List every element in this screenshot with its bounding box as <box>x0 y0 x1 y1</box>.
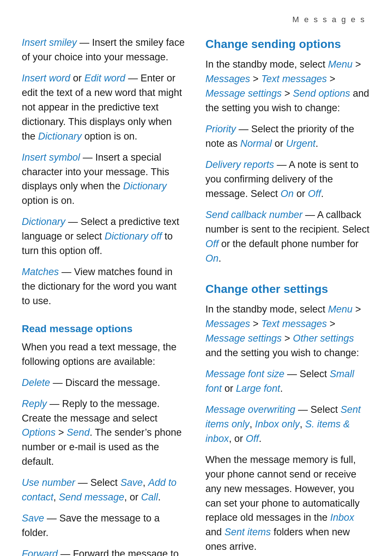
use-number-sep1: , <box>143 477 148 488</box>
delete-text: — Discard the message. <box>50 377 160 388</box>
font-size-text: — Select <box>285 368 330 379</box>
other-settings-link: Other settings <box>293 333 354 344</box>
co-arrow-2: > <box>250 318 261 329</box>
co-arrow-4: > <box>282 333 293 344</box>
overwriting-sep1: , <box>250 419 255 430</box>
overwriting-sep3: , or <box>229 433 246 444</box>
insert-smiley-para: Insert smiley — Insert the smiley face o… <box>22 36 187 65</box>
save-link-2: Save <box>22 513 44 524</box>
cs-arrow-1: > <box>352 59 361 70</box>
change-sending-intro: In the standby mode, select Menu > Messa… <box>205 57 370 116</box>
insert-symbol-para: Insert symbol — Insert a special charact… <box>22 150 187 209</box>
save-link-1: Save <box>121 477 143 488</box>
inbox-only-link: Inbox only <box>255 419 300 430</box>
change-sending-heading: Change sending options <box>205 36 370 52</box>
save-para: Save — Save the message to a folder. <box>22 511 187 540</box>
page-header: M e s s a g e s <box>0 0 392 32</box>
callback-text2: or the default phone number for <box>219 238 359 249</box>
cs-arrow-3: > <box>327 73 335 84</box>
text-messages-link-2: Text messages <box>261 318 327 329</box>
reply-arrow: > <box>56 427 67 438</box>
insert-word-or: or <box>70 73 85 84</box>
text-messages-link-1: Text messages <box>261 73 327 84</box>
off-link-2: Off <box>205 238 219 249</box>
sent-items-link: Sent items <box>225 527 271 537</box>
use-number-end: . <box>158 492 161 503</box>
forward-link: Forward <box>22 548 58 556</box>
priority-end: . <box>315 138 318 149</box>
co-intro-1: In the standby mode, select <box>205 304 328 315</box>
dictionary-link-2: Dictionary <box>123 181 167 192</box>
forward-para: Forward — Forward the message to another… <box>22 547 187 556</box>
delivery-reports-link: Delivery reports <box>205 159 274 170</box>
reply-link: Reply <box>22 398 47 409</box>
send-link-reply: Send <box>67 427 90 438</box>
messages-link-2: Messages <box>205 318 250 329</box>
insert-symbol-link: Insert symbol <box>22 152 80 163</box>
closing-para: When the message memory is full, your ph… <box>205 453 370 555</box>
cs-arrow-4: > <box>282 88 293 99</box>
urgent-link: Urgent <box>286 138 315 149</box>
insert-word-link: Insert word <box>22 73 70 84</box>
priority-link: Priority <box>205 124 236 134</box>
options-link: Options <box>22 427 56 438</box>
call-link: Call <box>141 492 158 503</box>
use-number-sep2: , <box>53 492 59 503</box>
large-font-link: Large font <box>236 383 280 394</box>
off-link-3: Off <box>246 433 259 444</box>
left-column: Insert smiley — Insert the smiley face o… <box>22 36 187 556</box>
send-callback-link: Send callback number <box>205 209 302 220</box>
dictionary-link-3: Dictionary <box>22 216 65 227</box>
overwriting-sep2: , <box>300 419 305 430</box>
closing-mid: and <box>205 527 225 537</box>
edit-word-link: Edit word <box>85 73 126 84</box>
on-link-1: On <box>281 188 294 199</box>
matches-para: Matches — View matches found in the dict… <box>22 265 187 309</box>
content-area: Insert smiley — Insert the smiley face o… <box>0 32 392 556</box>
overwriting-end: . <box>259 433 262 444</box>
priority-or: or <box>272 138 286 149</box>
use-number-text: — Select <box>75 477 121 488</box>
co-arrow-3: > <box>327 318 335 329</box>
send-options-link: Send options <box>293 88 350 99</box>
reply-para: Reply — Reply to the message. Create the… <box>22 397 187 470</box>
font-size-or: or <box>222 383 236 394</box>
delete-para: Delete — Discard the message. <box>22 376 187 390</box>
dictionary-link-1: Dictionary <box>38 131 82 142</box>
co-arrow-1: > <box>352 304 361 315</box>
off-link-1: Off <box>308 188 321 199</box>
insert-word-text2: option is on. <box>82 131 137 142</box>
cs-intro-1: In the standby mode, select <box>205 59 328 70</box>
change-other-intro: In the standby mode, select Menu > Messa… <box>205 302 370 360</box>
callback-end: . <box>219 253 221 264</box>
message-overwriting-para: Message overwriting — Select Sent items … <box>205 403 370 446</box>
message-settings-link-2: Message settings <box>205 333 282 344</box>
overwriting-text: — Select <box>295 404 341 415</box>
message-overwriting-link: Message overwriting <box>205 404 295 415</box>
send-message-link: Send message <box>59 492 124 503</box>
insert-smiley-link: Insert smiley <box>22 37 77 48</box>
menu-link-2: Menu <box>328 304 353 315</box>
use-number-sep3: , or <box>124 492 141 503</box>
inbox-link: Inbox <box>330 512 354 523</box>
delivery-reports-para: Delivery reports — A note is sent to you… <box>205 158 370 201</box>
font-size-end: . <box>280 383 283 394</box>
dictionary-para: Dictionary — Select a predictive text la… <box>22 215 187 258</box>
on-link-2: On <box>205 253 219 264</box>
cs-arrow-2: > <box>250 73 261 84</box>
message-font-size-link: Message font size <box>205 368 285 379</box>
insert-word-para: Insert word or Edit word — Enter or edit… <box>22 71 187 144</box>
menu-link-1: Menu <box>328 59 353 70</box>
delivery-end: . <box>321 188 324 199</box>
matches-link: Matches <box>22 266 59 277</box>
use-number-link: Use number <box>22 477 75 488</box>
normal-link: Normal <box>240 138 272 149</box>
send-callback-para: Send callback number — A callback number… <box>205 208 370 266</box>
dictionary-off-link: Dictionary off <box>105 231 162 242</box>
read-message-heading: Read message options <box>22 322 187 337</box>
use-number-para: Use number — Select Save, Add to contact… <box>22 476 187 505</box>
message-font-size-para: Message font size — Select Small font or… <box>205 367 370 396</box>
messages-link-1: Messages <box>205 73 250 84</box>
right-column: Change sending options In the standby mo… <box>205 36 370 556</box>
insert-symbol-text2: option is on. <box>22 195 75 206</box>
